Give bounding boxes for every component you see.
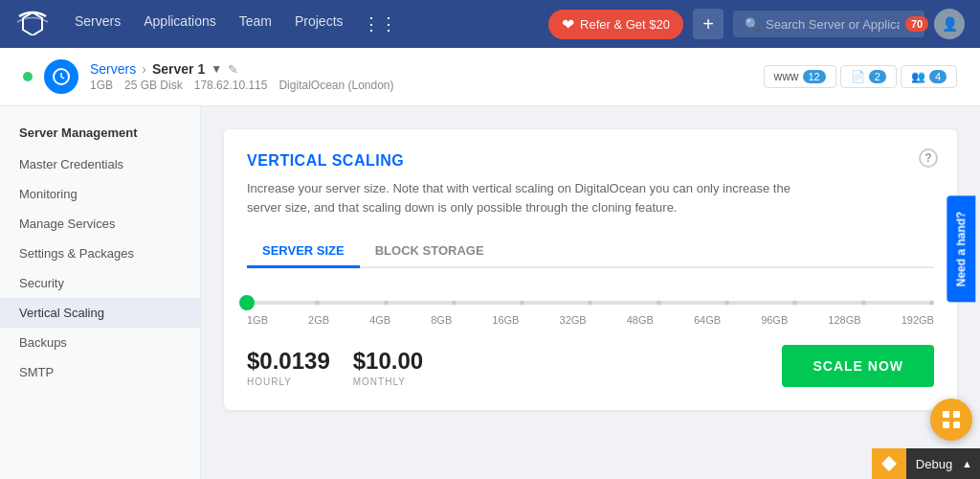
server-ip: 178.62.10.115: [194, 79, 268, 92]
slider-dot-7: [724, 301, 729, 306]
sidebar-item-manage-services[interactable]: Manage Services: [0, 209, 200, 239]
monthly-price-value: $10.00: [353, 348, 423, 375]
svg-rect-2: [953, 411, 960, 418]
sidebar-item-vertical-scaling[interactable]: Vertical Scaling: [0, 298, 200, 328]
slider-label-128gb: 128GB: [828, 314, 860, 326]
card-description: Increase your server size. Note that wit…: [247, 179, 802, 217]
sidebar-item-security[interactable]: Security: [0, 268, 200, 298]
debug-label: Debug: [906, 457, 962, 471]
slider-label-192gb: 192GB: [902, 314, 934, 326]
hourly-price-value: $0.0139: [247, 348, 330, 375]
server-info: Servers › Server 1 ▼ ✎ 1GB 25 GB Disk 17…: [90, 61, 394, 92]
heart-icon: ❤: [562, 15, 574, 34]
content-panel: VERTICAL SCALING Increase your server si…: [201, 106, 980, 479]
nav-servers[interactable]: Servers: [65, 8, 130, 40]
debug-bar[interactable]: Debug ▲: [872, 448, 980, 479]
server-name: Server 1: [152, 61, 205, 77]
slider-dot-2: [384, 301, 389, 306]
slider-label-64gb: 64GB: [694, 314, 721, 326]
slider-label-1gb: 1GB: [247, 314, 268, 326]
users-badge[interactable]: 👥 4: [901, 65, 957, 88]
server-icon: [44, 59, 78, 94]
sidebar-item-monitoring[interactable]: Monitoring: [0, 179, 200, 209]
servers-link[interactable]: Servers: [90, 61, 136, 77]
svg-rect-3: [943, 422, 949, 428]
main-content: Server Management Master Credentials Mon…: [0, 106, 980, 479]
nav-team[interactable]: Team: [230, 8, 281, 40]
files-count: 2: [869, 70, 886, 83]
slider-dots: [247, 301, 934, 306]
slider-label-48gb: 48GB: [627, 314, 654, 326]
slider-dot-1: [315, 301, 320, 306]
server-meta: 1GB 25 GB Disk 178.62.10.115 DigitalOcea…: [90, 79, 394, 92]
hourly-price-block: $0.0139 HOURLY: [247, 348, 330, 387]
add-button[interactable]: +: [693, 9, 724, 39]
sidebar-heading: Server Management: [0, 125, 200, 149]
slider-dot-9: [861, 301, 866, 306]
scale-now-button[interactable]: SCALE NOW: [782, 345, 934, 387]
sidebar-item-smtp[interactable]: SMTP: [0, 357, 200, 387]
svg-marker-5: [881, 456, 897, 471]
breadcrumb-arrow: ›: [142, 61, 146, 77]
debug-icon: [872, 448, 906, 479]
server-disk: 1GB: [90, 79, 113, 92]
server-info-bar: Servers › Server 1 ▼ ✎ 1GB 25 GB Disk 17…: [0, 48, 980, 106]
edit-icon[interactable]: ✎: [228, 62, 238, 77]
top-navigation: Servers Applications Team Projects ⋮⋮ ❤ …: [0, 0, 980, 48]
help-icon[interactable]: ?: [919, 148, 938, 168]
slider-dot-6: [657, 301, 661, 306]
slider-track: [247, 301, 934, 305]
monthly-price-label: MONTHLY: [353, 376, 423, 387]
search-icon: 🔍: [745, 17, 760, 32]
slider-label-2gb: 2GB: [308, 314, 329, 326]
monthly-price-block: $10.00 MONTHLY: [353, 348, 423, 387]
file-icon: 📄: [851, 70, 865, 83]
sidebar-item-master-credentials[interactable]: Master Credentials: [0, 149, 200, 179]
debug-chevron-icon: ▲: [962, 458, 980, 469]
search-bar: 🔍 70: [733, 11, 924, 37]
chevron-down-icon[interactable]: ▼: [211, 62, 222, 76]
notification-badge[interactable]: 70: [905, 16, 928, 32]
tab-block-storage[interactable]: BLOCK STORAGE: [360, 236, 500, 268]
server-bar-left: Servers › Server 1 ▼ ✎ 1GB 25 GB Disk 17…: [23, 59, 394, 94]
refer-button[interactable]: ❤ Refer & Get $20: [548, 10, 683, 39]
nav-projects[interactable]: Projects: [285, 8, 353, 40]
slider-label-32gb: 32GB: [560, 314, 587, 326]
logo[interactable]: [15, 9, 50, 39]
users-count: 4: [929, 70, 947, 83]
breadcrumb: Servers › Server 1 ▼ ✎: [90, 61, 394, 77]
slider-dot-5: [588, 301, 592, 306]
card-title: VERTICAL SCALING: [247, 152, 934, 170]
slider-label-16gb: 16GB: [492, 314, 519, 326]
nav-applications[interactable]: Applications: [134, 8, 226, 40]
slider-label-4gb: 4GB: [369, 314, 390, 326]
grid-icon[interactable]: ⋮⋮: [357, 8, 403, 40]
slider-label-8gb: 8GB: [431, 314, 452, 326]
topnav-right: ❤ Refer & Get $20 + 🔍 70 👤: [548, 9, 965, 39]
slider-dot-10: [929, 301, 934, 306]
slider-thumb[interactable]: [239, 295, 255, 310]
refer-label: Refer & Get $20: [580, 17, 670, 32]
sidebar: Server Management Master Credentials Mon…: [0, 106, 201, 479]
www-count: 12: [803, 70, 826, 83]
sidebar-item-settings-packages[interactable]: Settings & Packages: [0, 239, 200, 268]
www-icon: www: [774, 70, 799, 83]
avatar[interactable]: 👤: [934, 9, 965, 39]
www-badge[interactable]: www 12: [764, 65, 836, 88]
svg-rect-4: [953, 422, 960, 428]
hourly-price-label: HOURLY: [247, 376, 330, 387]
sidebar-item-backups[interactable]: Backups: [0, 328, 200, 357]
slider-dot-8: [792, 301, 797, 306]
need-help-button[interactable]: Need a hand?: [947, 196, 976, 303]
server-storage: 25 GB Disk: [124, 79, 183, 92]
slider-dot-4: [520, 301, 524, 306]
vertical-scaling-card: VERTICAL SCALING Increase your server si…: [224, 129, 957, 410]
scaling-tabs: SERVER SIZE BLOCK STORAGE: [247, 236, 934, 268]
tab-server-size[interactable]: SERVER SIZE: [247, 236, 360, 268]
server-location: DigitalOcean (London): [278, 79, 393, 92]
search-input[interactable]: [766, 17, 900, 32]
files-badge[interactable]: 📄 2: [840, 65, 897, 88]
server-bar-right: www 12 📄 2 👥 4: [764, 65, 958, 88]
fab-button[interactable]: [930, 399, 972, 441]
nav-links: Servers Applications Team Projects ⋮⋮: [65, 8, 541, 40]
